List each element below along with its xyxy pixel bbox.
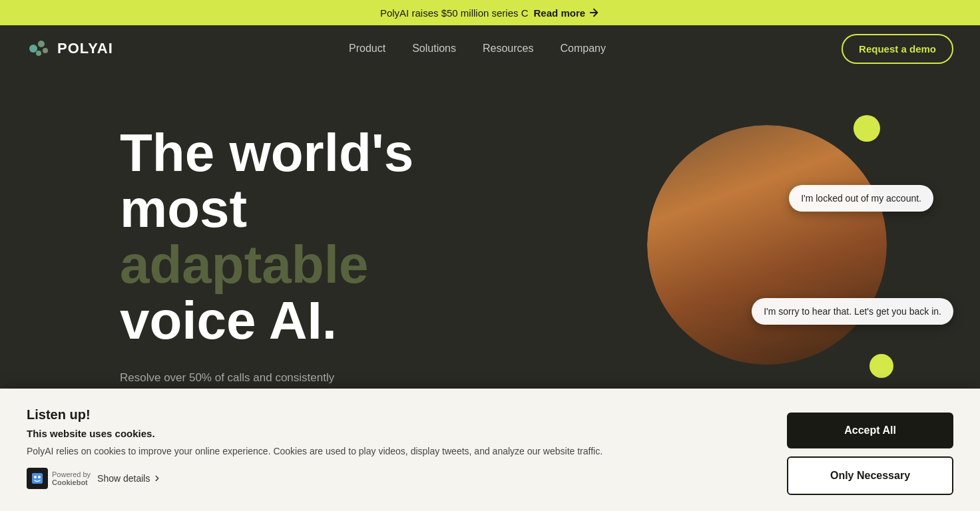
announcement-link[interactable]: Read more (534, 7, 601, 19)
hero-line1: The world's (120, 123, 413, 182)
hero-line3: adaptable (120, 235, 368, 294)
announcement-bar: PolyAI raises $50 million series C Read … (0, 0, 980, 25)
accept-all-button[interactable]: Accept All (787, 413, 953, 448)
cookiebot-logo: Powered by Cookiebot (27, 468, 91, 489)
dot-top (854, 115, 880, 142)
nav-links: Product Solutions Resources Company (349, 43, 606, 55)
navigation: POLYAI Product Solutions Resources Compa… (0, 25, 980, 72)
svg-point-6 (38, 476, 41, 478)
cookie-footer: Powered by Cookiebot Show details (27, 468, 626, 489)
cookie-content: Listen up! This website uses cookies. Po… (27, 407, 626, 489)
svg-rect-4 (32, 473, 43, 484)
hero-line2: most (120, 179, 247, 238)
only-necessary-button[interactable]: Only Necessary (787, 456, 953, 495)
svg-point-2 (43, 48, 48, 53)
show-details-button[interactable]: Show details (97, 473, 162, 484)
hero-image-area: I'm locked out of my account. I'm sorry … (634, 105, 900, 385)
nav-company[interactable]: Company (560, 43, 605, 54)
logo-wordmark: POLYAI (57, 40, 113, 57)
cookie-buttons: Accept All Only Necessary (787, 413, 953, 495)
cookiebot-powered-text: Powered by Cookiebot (52, 470, 91, 486)
cookie-body: PolyAI relies on cookies to improve your… (27, 444, 626, 458)
hero-portrait (647, 125, 887, 365)
logo[interactable]: POLYAI (27, 36, 113, 61)
cookie-banner: Listen up! This website uses cookies. Po… (0, 389, 980, 511)
svg-point-0 (29, 45, 37, 53)
person-silhouette (647, 125, 887, 365)
svg-point-5 (34, 476, 37, 478)
svg-point-3 (36, 51, 41, 56)
nav-resources[interactable]: Resources (483, 43, 533, 54)
cookie-subtitle: This website uses cookies. (27, 428, 626, 439)
nav-product[interactable]: Product (349, 43, 385, 54)
speech-bubble-2: I'm sorry to hear that. Let's get you ba… (752, 298, 953, 325)
dot-bottom (869, 354, 893, 378)
nav-demo-button[interactable]: Request a demo (842, 34, 953, 64)
cookiebot-icon (27, 468, 48, 489)
nav-solutions[interactable]: Solutions (412, 43, 456, 54)
announcement-text: PolyAI raises $50 million series C (380, 7, 529, 19)
svg-point-1 (38, 41, 45, 47)
hero-line4: voice AI. (120, 291, 337, 350)
hero-subtext-line1: Resolve over 50% of calls and consistent… (120, 369, 413, 387)
hero-heading: The world's most adaptable voice AI. (120, 125, 413, 349)
cookie-title: Listen up! (27, 407, 626, 423)
speech-bubble-1: I'm locked out of my account. (789, 185, 933, 212)
